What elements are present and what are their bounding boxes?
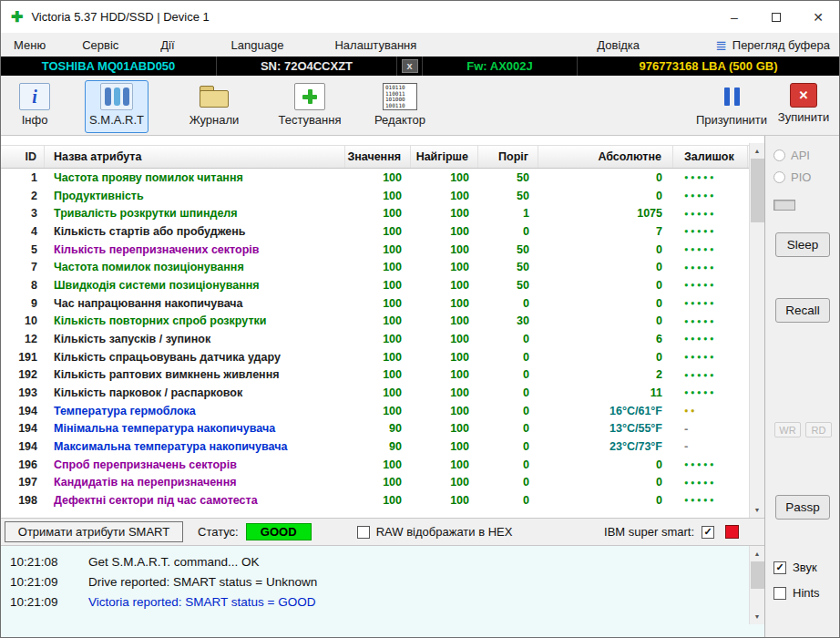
attr-worst: 100 [411, 187, 478, 205]
menu-item-2[interactable]: Дії [160, 38, 174, 52]
attr-value: 90 [345, 437, 411, 456]
table-scroll-thumb[interactable] [751, 159, 764, 222]
table-body: 1Частота прояву помилок читання100100500… [1, 169, 749, 509]
info-tab-button[interactable]: i Інфо [8, 80, 61, 133]
smart-attribute-row-197[interactable]: 197Кандидатів на перепризначення10010000… [1, 473, 749, 491]
attr-value: 100 [345, 473, 411, 491]
smart-attribute-row-4[interactable]: 4Кількість стартів або пробуджень1001000… [1, 222, 749, 241]
smart-attribute-row-194[interactable]: 194Мінімальна температура накопичувача90… [1, 419, 749, 437]
api-radio[interactable]: API [773, 149, 810, 162]
attr-health: ●●●●● [673, 491, 748, 509]
device-firmware: Fw: AX002J [423, 57, 578, 76]
victoria-app-window: ✚ Victoria 5.37 HDD/SSD | Device 1 – ✕ М… [0, 0, 840, 638]
smart-tab-button[interactable]: S.M.A.R.T [85, 80, 149, 133]
log-scroll-thumb[interactable] [751, 561, 764, 589]
sound-checkbox[interactable]: ✓ Звук [773, 561, 817, 574]
raw-hex-checkbox-box [357, 526, 370, 539]
attr-absolute: 0 [538, 312, 673, 330]
smart-attribute-row-8[interactable]: 8Швидкодія системи позиціонування1001005… [1, 276, 749, 294]
hints-checkbox[interactable]: Hints [773, 586, 820, 600]
smart-attribute-row-7[interactable]: 7Частота помилок позиціонування100100500… [1, 258, 749, 276]
attr-worst: 100 [411, 169, 478, 187]
attr-value: 100 [345, 348, 411, 366]
attr-threshold: 0 [478, 222, 538, 241]
health-dots: ●●●●● [684, 191, 716, 200]
radio-icon [773, 171, 785, 183]
smart-attribute-row-9[interactable]: 9Час напрацювання накопичувача10010000●●… [1, 294, 749, 313]
menu-item-0[interactable]: Меню [14, 38, 46, 52]
smart-attribute-row-196[interactable]: 196Спроб перепризначень секторів10010000… [1, 456, 749, 474]
table-scrollbar[interactable]: ▲ ▼ [749, 143, 764, 518]
log-scroll-up-button[interactable]: ▲ [750, 546, 764, 561]
menu-item-1[interactable]: Сервіс [82, 38, 118, 52]
maximize-button[interactable] [755, 1, 797, 33]
column-header-3[interactable]: Найгірше [411, 146, 478, 168]
wr-button[interactable]: WR [774, 422, 801, 437]
testing-tab-button[interactable]: Тестування [272, 80, 347, 133]
close-button[interactable]: ✕ [797, 1, 839, 33]
pause-button[interactable]: Призупинити [691, 80, 772, 133]
rd-button[interactable]: RD [805, 422, 832, 437]
log-scroll-down-button[interactable]: ▼ [750, 609, 764, 624]
window-controls: – ✕ [713, 1, 839, 33]
raw-hex-checkbox[interactable]: RAW відображати в HEX [357, 525, 513, 539]
device-close-button[interactable]: x [402, 59, 418, 73]
attr-threshold: 50 [478, 187, 538, 205]
column-header-2[interactable]: Значення [345, 146, 411, 168]
wr-rd-buttons: WR RD [774, 422, 832, 437]
smart-attribute-row-3[interactable]: 3Тривалість розкрутки шпинделя1001001107… [1, 204, 749, 222]
menu-item-5[interactable]: Довідка [597, 38, 640, 52]
api-label: API [791, 149, 810, 162]
log-scrollbar[interactable]: ▲ ▼ [749, 546, 764, 624]
journals-tab-button[interactable]: Журнали [181, 80, 247, 133]
smart-attribute-row-10[interactable]: 10Кількість повторних спроб розкрутки100… [1, 312, 749, 330]
attr-name: Кількість парковок / распарковок [45, 384, 345, 402]
menubar: МенюСервісДіїLanguageНалаштуванняДовідка… [1, 33, 839, 57]
smart-attribute-row-2[interactable]: 2Продуктивність100100500●●●●● [1, 187, 749, 205]
stop-button[interactable]: ✕ Зупинити [772, 80, 835, 133]
attr-health: - [673, 419, 748, 437]
menu-item-4[interactable]: Налаштування [334, 38, 416, 52]
smart-attribute-row-191[interactable]: 191Кількість спрацьовувань датчика удару… [1, 348, 749, 366]
ibm-super-smart-checkbox[interactable]: ✓ [702, 526, 714, 539]
editor-tab-button[interactable]: 010110 110011 101000 100110 Редактор [367, 80, 433, 133]
attr-absolute: 7 [538, 222, 673, 241]
passp-button[interactable]: Passp [775, 495, 830, 520]
attr-absolute: 11 [538, 384, 673, 402]
minimize-button[interactable]: – [713, 1, 755, 33]
buffer-view-button[interactable]: ≣ Перегляд буфера [715, 33, 830, 57]
app-icon: ✚ [11, 8, 23, 26]
attr-id: 4 [1, 222, 45, 241]
attr-value: 100 [345, 187, 411, 205]
log-message: Get S.M.A.R.T. command... OK [88, 555, 260, 569]
column-header-0[interactable]: ID [1, 146, 45, 168]
attr-threshold: 0 [478, 330, 538, 348]
smart-attribute-row-198[interactable]: 198Дефектні сектори під час самотеста100… [1, 491, 749, 509]
column-header-1[interactable]: Назва атрибута [45, 146, 345, 168]
recall-button[interactable]: Recall [775, 298, 830, 323]
pio-radio[interactable]: PIO [773, 170, 811, 184]
smart-attribute-row-1[interactable]: 1Частота прояву помилок читання100100500… [1, 169, 749, 187]
smart-attribute-row-5[interactable]: 5Кількість перепризначених секторів10010… [1, 241, 749, 259]
attr-absolute: 16°C/61°F [538, 402, 673, 420]
attr-value: 100 [345, 491, 411, 509]
column-header-5[interactable]: Абсолютне [538, 146, 673, 168]
attr-name: Частота прояву помилок читання [45, 169, 345, 187]
attr-absolute: 0 [538, 456, 673, 474]
sleep-button[interactable]: Sleep [775, 232, 830, 257]
smart-attribute-row-194[interactable]: 194Максимальна температура накопичувача9… [1, 437, 749, 456]
smart-attribute-row-192[interactable]: 192Кількість раптових вимкнень живлення1… [1, 365, 749, 384]
scroll-up-button[interactable]: ▲ [750, 143, 764, 159]
column-header-6[interactable]: Залишок [673, 146, 748, 168]
attr-worst: 100 [411, 491, 478, 509]
device-model: TOSHIBA MQ01ABD050 [1, 57, 217, 76]
get-smart-attributes-button[interactable]: Отримати атрибути SMART [5, 521, 183, 542]
smart-attribute-row-194[interactable]: 194Температура гермоблока100100016°C/61°… [1, 402, 749, 420]
log-timestamp: 10:21:08 [10, 555, 76, 569]
smart-attribute-row-12[interactable]: 12Кількість запусків / зупинок10010006●●… [1, 330, 749, 348]
smart-attribute-row-193[interactable]: 193Кількість парковок / распарковок10010… [1, 384, 749, 402]
column-header-4[interactable]: Поріг [478, 146, 538, 168]
menu-item-3[interactable]: Language [231, 38, 284, 52]
scroll-down-button[interactable]: ▼ [750, 502, 764, 518]
attr-threshold: 0 [478, 384, 538, 402]
